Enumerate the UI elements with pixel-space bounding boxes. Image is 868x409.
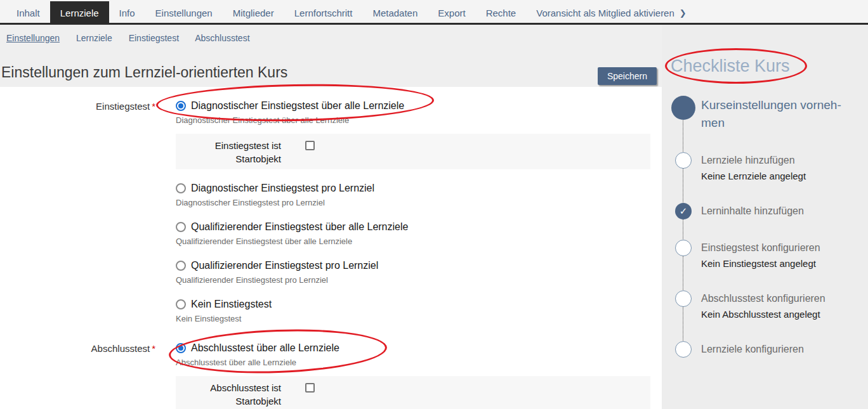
checklist-item-label: Lerninhalte hinzufügen: [701, 203, 804, 217]
field-label-text: Abschlusstest: [91, 343, 150, 354]
subtab-einstellungen[interactable]: Einstellungen: [6, 33, 60, 43]
radio-row[interactable]: Qualifizierender Einstiegstest pro Lernz…: [176, 259, 650, 272]
checklist-item-status: Kein Abschlusstest angelegt: [701, 308, 825, 321]
step-open-icon: [675, 341, 692, 358]
option-qualifizierend-alle: Qualifizierender Einstiegstest über alle…: [176, 221, 650, 247]
radio-label: Qualifizierender Einstiegstest über alle…: [191, 221, 408, 233]
radio-row[interactable]: Diagnostischer Einstiegstest über alle L…: [176, 100, 650, 112]
einstiegstest-startobjekt-checkbox[interactable]: [305, 141, 315, 150]
tab-info[interactable]: Info: [109, 3, 145, 23]
field-abschlusstest: Abschlusstest* Abschlusstest über alle L…: [0, 342, 662, 409]
checklist-sidebar: Checkliste Kurs Kurseinstellungen vorneh…: [662, 25, 868, 409]
radio-button[interactable]: [176, 343, 186, 353]
checklist-icon-col: [671, 290, 696, 321]
einstiegstest-startobjekt-panel: Einstiegstest ist Startobjekt: [176, 134, 650, 169]
option-diagnostisch-pro: Diagnostischer Einstiegstest pro Lernzie…: [176, 182, 650, 208]
radio-label: Qualifizierender Einstiegstest pro Lernz…: [191, 259, 378, 272]
step-done-check-icon: ✓: [675, 203, 692, 219]
checklist-item-lerninhalte[interactable]: ✓ Lerninhalte hinzufügen: [671, 203, 863, 219]
option-diagnostisch-alle: Diagnostischer Einstiegstest über alle L…: [176, 100, 650, 169]
checklist-icon-col: [671, 152, 696, 183]
radio-label: Kein Einstiegstest: [191, 298, 272, 311]
radio-label: Diagnostischer Einstiegstest pro Lernzie…: [191, 182, 374, 195]
radio-button[interactable]: [176, 222, 186, 232]
radio-row[interactable]: Kein Einstiegstest: [176, 298, 650, 311]
tab-rechte[interactable]: Rechte: [476, 3, 527, 23]
tab-lernfortschritt[interactable]: Lernfortschritt: [284, 3, 363, 23]
checklist-item-text: Kurseinstellungen vorneh­men: [701, 96, 857, 132]
field-einstiegstest: Einstiegstest* Diagnostischer Einstiegst…: [0, 100, 662, 324]
checklist-icon-col: [671, 341, 696, 358]
abschlusstest-options: Abschlusstest über alle Lernziele Abschl…: [176, 342, 650, 409]
radio-byline: Diagnostischer Einstiegstest über alle L…: [176, 115, 650, 126]
option-qualifizierend-pro: Qualifizierender Einstiegstest pro Lernz…: [176, 259, 650, 285]
radio-byline: Qualifizierender Einstiegstest über alle…: [176, 237, 650, 247]
checklist-icon-col: [671, 240, 696, 270]
tab-einstellungen[interactable]: Einstellungen: [145, 3, 223, 23]
subtab-einstiegstest[interactable]: Einstiegstest: [129, 33, 179, 43]
checklist-icon-col: ✓: [671, 203, 696, 219]
checklist-item-status: Kein Einstiegstest angelegt: [701, 257, 820, 270]
tab-metadaten[interactable]: Metadaten: [362, 3, 428, 23]
radio-button[interactable]: [176, 183, 186, 193]
checklist-item-text: Abschlusstest konfigurieren Kein Abschlu…: [701, 290, 825, 321]
abschlusstest-startobjekt-panel: Abschlusstest ist Startobjekt: [176, 376, 650, 409]
checklist-icon-col: [671, 96, 696, 132]
main-content: Einstellungen Lernziele Einstiegstest Ab…: [0, 25, 662, 409]
field-label-abschlusstest: Abschlusstest*: [0, 342, 155, 409]
radio-label: Abschlusstest über alle Lernziele: [191, 342, 339, 354]
checklist-item-text: Lerninhalte hinzufügen: [701, 203, 804, 219]
checklist-item-lernziele-konfigurieren[interactable]: Lernziele konfigurieren: [671, 341, 863, 358]
radio-byline: Diagnostischer Einstiegstest pro Lernzie…: [176, 198, 650, 208]
checklist-item-status: Keine Lernziele angelegt: [701, 170, 806, 183]
tab-export[interactable]: Export: [428, 3, 475, 23]
radio-label: Diagnostischer Einstiegstest über alle L…: [191, 100, 404, 112]
radio-byline: Kein Einstiegstest: [176, 314, 650, 324]
field-label-text: Einstiegstest: [96, 101, 150, 112]
radio-row[interactable]: Diagnostischer Einstiegstest pro Lernzie…: [176, 182, 650, 195]
checklist-item-kurseinstellungen[interactable]: Kurseinstellungen vorneh­men: [671, 96, 863, 132]
tab-voransicht-als-mitglied[interactable]: Voransicht als Mitglied aktivieren ❯: [526, 3, 697, 23]
tab-mitglieder[interactable]: Mitglieder: [223, 3, 284, 23]
radio-byline: Qualifizierender Einstiegstest pro Lernz…: [176, 275, 650, 285]
checklist-item-text: Lernziele konfigurieren: [701, 341, 804, 358]
einstiegstest-options: Diagnostischer Einstiegstest über alle L…: [176, 100, 650, 324]
option-abschlusstest-alle: Abschlusstest über alle Lernziele Abschl…: [176, 342, 650, 409]
required-marker: *: [152, 343, 155, 354]
checklist-item-lernziele-hinzufuegen[interactable]: Lernziele hinzufügen Keine Lernziele ang…: [671, 152, 863, 183]
checklist-item-abschlusstest[interactable]: Abschlusstest konfigurieren Kein Abschlu…: [671, 290, 863, 321]
radio-row[interactable]: Qualifizierender Einstiegstest über alle…: [176, 221, 650, 233]
step-active-icon: [671, 96, 695, 120]
checklist-item-text: Lernziele hinzufügen Keine Lernziele ang…: [701, 152, 806, 183]
tab-lernziele[interactable]: Lernziele: [50, 1, 109, 23]
checklist-item-text: Einstiegstest konfigurieren Kein Einstie…: [701, 240, 820, 270]
settings-form: Einstiegstest* Diagnostischer Einstiegst…: [0, 87, 662, 409]
radio-button[interactable]: [176, 299, 186, 309]
tab-inhalt[interactable]: Inhalt: [6, 3, 50, 23]
abschlusstest-startobjekt-checkbox[interactable]: [305, 383, 315, 393]
option-kein-einstiegstest: Kein Einstiegstest Kein Einstiegstest: [176, 298, 650, 324]
startobjekt-label: Einstiegstest ist Startobjekt: [176, 139, 281, 166]
chevron-right-icon: ❯: [680, 8, 687, 18]
startobjekt-label: Abschlusstest ist Startobjekt: [176, 381, 281, 408]
checklist-item-einstiegstest[interactable]: Einstiegstest konfigurieren Kein Einstie…: [671, 240, 863, 270]
top-tab-bar: Inhalt Lernziele Info Einstellungen Mitg…: [0, 0, 868, 25]
checklist-title: Checkliste Kurs: [671, 56, 863, 76]
page-title: Einstellungen zum Lernziel-orientierten …: [1, 64, 287, 81]
sub-tab-bar: Einstellungen Lernziele Einstiegstest Ab…: [0, 25, 662, 43]
radio-row[interactable]: Abschlusstest über alle Lernziele: [176, 342, 650, 354]
step-open-icon: [675, 152, 692, 169]
radio-button[interactable]: [176, 261, 186, 271]
field-label-einstiegstest: Einstiegstest*: [0, 100, 155, 324]
checklist-item-label: Kurseinstellungen vorneh­men: [701, 96, 857, 132]
tab-voransicht-label: Voransicht als Mitglied aktivieren: [536, 8, 674, 18]
subtab-lernziele[interactable]: Lernziele: [76, 33, 112, 43]
subtab-abschlusstest[interactable]: Abschlusstest: [195, 33, 249, 43]
course-checklist: Kurseinstellungen vorneh­men Lernziele h…: [671, 96, 863, 358]
radio-button[interactable]: [176, 101, 186, 111]
page-header: Einstellungen Lernziele Einstiegstest Ab…: [0, 25, 662, 87]
checklist-item-label: Abschlusstest konfigurieren: [701, 290, 825, 305]
checklist-item-label: Lernziele konfigurieren: [701, 341, 804, 356]
step-open-icon: [675, 290, 692, 307]
save-button[interactable]: Speichern: [598, 67, 657, 85]
